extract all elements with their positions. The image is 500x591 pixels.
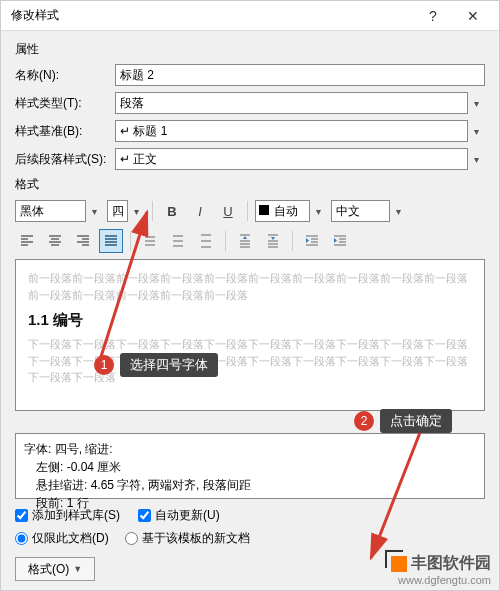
desc-line: 左侧: -0.04 厘米 (24, 458, 476, 476)
color-swatch (259, 205, 269, 215)
auto-update-checkbox[interactable]: 自动更新(U) (138, 507, 220, 524)
language-select[interactable] (331, 200, 407, 222)
dialog-title: 修改样式 (11, 7, 413, 24)
style-preview: 前一段落前一段落前一段落前一段落前一段落前一段落前一段落前一段落前一段落前一段落… (15, 259, 485, 411)
next-style-select[interactable] (115, 148, 485, 170)
label-style-base: 样式基准(B): (15, 123, 115, 140)
this-doc-radio[interactable]: 仅限此文档(D) (15, 530, 109, 547)
preview-after-text: 下一段落下一段落下一段落下一段落下一段落下一段落下一段落下一段落下一段落下一段落… (28, 336, 472, 386)
align-justify-button[interactable] (99, 229, 123, 253)
preview-before-text: 前一段落前一段落前一段落前一段落前一段落前一段落前一段落前一段落前一段落前一段落… (28, 270, 472, 303)
spacing-15-button[interactable] (166, 229, 190, 253)
spacing-1-button[interactable] (138, 229, 162, 253)
add-to-gallery-checkbox[interactable]: 添加到样式库(S) (15, 507, 120, 524)
help-icon[interactable]: ? (413, 1, 453, 31)
style-base-select[interactable] (115, 120, 485, 142)
format-menu-button[interactable]: 格式(O) ▼ (15, 557, 95, 581)
style-type-select[interactable] (115, 92, 485, 114)
desc-line: 悬挂缩进: 4.65 字符, 两端对齐, 段落间距 (24, 476, 476, 494)
space-before-inc-button[interactable] (233, 229, 257, 253)
space-before-dec-button[interactable] (261, 229, 285, 253)
section-props: 属性 (15, 41, 485, 58)
font-size-select[interactable] (107, 200, 145, 222)
label-name: 名称(N): (15, 67, 115, 84)
desc-line: 字体: 四号, 缩进: (24, 440, 476, 458)
spacing-2-button[interactable] (194, 229, 218, 253)
label-style-type: 样式类型(T): (15, 95, 115, 112)
style-description: 字体: 四号, 缩进: 左侧: -0.04 厘米 悬挂缩进: 4.65 字符, … (15, 433, 485, 499)
indent-inc-button[interactable] (328, 229, 352, 253)
label-next-style: 后续段落样式(S): (15, 151, 115, 168)
section-format: 格式 (15, 176, 485, 193)
indent-dec-button[interactable] (300, 229, 324, 253)
close-icon[interactable]: ✕ (453, 1, 493, 31)
name-input[interactable] (115, 64, 485, 86)
font-family-select[interactable] (15, 200, 103, 222)
align-right-button[interactable] (71, 229, 95, 253)
chevron-down-icon: ▼ (73, 564, 82, 574)
underline-button[interactable]: U (216, 199, 240, 223)
preview-heading: 1.1 编号 (28, 311, 472, 330)
watermark: 丰图软件园 www.dgfengtu.com (391, 553, 491, 586)
align-center-button[interactable] (43, 229, 67, 253)
align-left-button[interactable] (15, 229, 39, 253)
template-radio[interactable]: 基于该模板的新文档 (125, 530, 250, 547)
italic-button[interactable]: I (188, 199, 212, 223)
bold-button[interactable]: B (160, 199, 184, 223)
